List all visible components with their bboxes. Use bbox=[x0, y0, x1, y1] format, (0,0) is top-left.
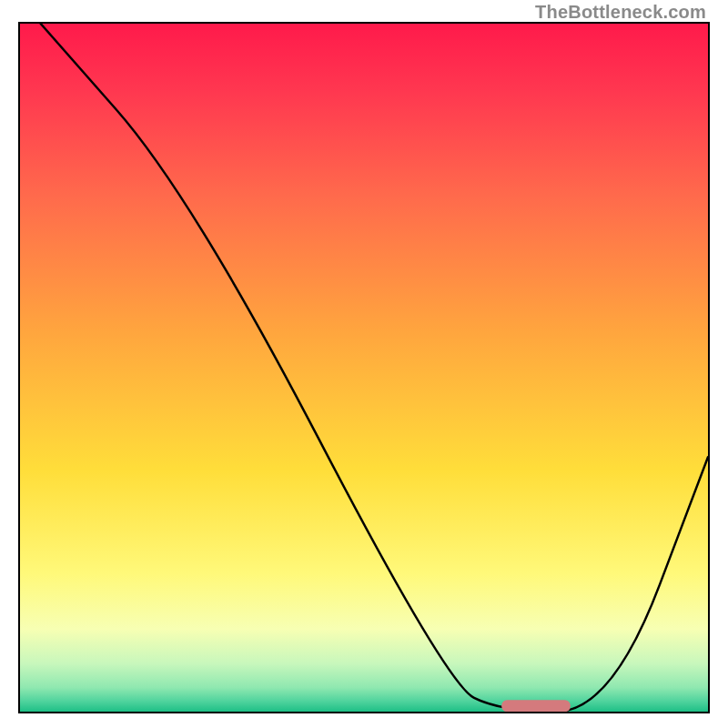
heat-background bbox=[20, 24, 708, 712]
optimal-range-indicator bbox=[501, 700, 571, 712]
chart-svg bbox=[20, 24, 708, 712]
chart-frame bbox=[18, 22, 710, 713]
plot-area bbox=[20, 24, 708, 712]
watermark-text: TheBottleneck.com bbox=[535, 2, 706, 23]
